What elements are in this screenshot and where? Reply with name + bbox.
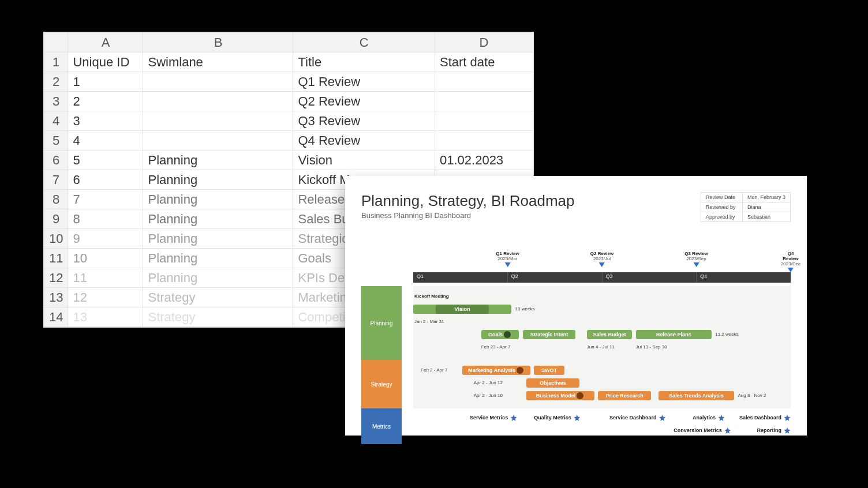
cell[interactable]: 6 (68, 170, 143, 190)
table-row: 54Q4 Review (44, 131, 533, 151)
metric-item[interactable]: Service Dashboard (609, 415, 666, 422)
row-number[interactable]: 3 (44, 92, 68, 111)
task-range: Jul 13 - Sep 30 (636, 344, 667, 350)
cell[interactable]: 01.02.2023 (435, 151, 533, 170)
row-number[interactable]: 4 (44, 111, 68, 131)
col-header-C[interactable]: C (293, 33, 435, 52)
task-bar-release[interactable]: Release Plans (636, 330, 712, 339)
table-row: 65PlanningVision01.02.2023 (44, 151, 533, 170)
cell[interactable]: Planning (143, 229, 293, 249)
task-bar-marketing[interactable]: Marketing Analysis (462, 366, 530, 375)
cell[interactable]: 8 (68, 209, 143, 229)
roadmap-subtitle: Business Planning BI Dashboard (361, 211, 575, 220)
cell[interactable]: Strategy (143, 288, 293, 307)
cell[interactable]: 11 (68, 268, 143, 288)
metric-item[interactable]: Sales Dashboard (739, 415, 791, 422)
task-bar-swot[interactable]: SWOT (534, 366, 564, 375)
col-header-B[interactable]: B (143, 33, 293, 52)
row-number[interactable]: 12 (44, 268, 68, 288)
cell[interactable]: Vision (293, 151, 435, 170)
cell[interactable]: Q4 Review (293, 131, 435, 151)
cell[interactable]: 3 (68, 111, 143, 131)
metric-item[interactable]: Service Metrics (470, 415, 517, 422)
milestone-q3: Q3 Review2023/Sep (684, 251, 708, 267)
task-bar-objectives[interactable]: Objectives (526, 378, 579, 388)
lane-body: Kickoff Meeting Vision 13 weeks Jan 2 - … (413, 286, 791, 360)
milestone-q2: Q2 Review2023/Jul (590, 251, 613, 267)
task-duration: 11.2 weeks (715, 332, 738, 337)
quarter-cell: Q1 (413, 272, 507, 283)
cell[interactable] (435, 111, 533, 131)
cell[interactable]: Planning (143, 170, 293, 190)
cell[interactable]: 12 (68, 288, 143, 307)
cell[interactable]: 9 (68, 229, 143, 249)
cell[interactable] (143, 92, 293, 111)
task-bar-trends[interactable]: Sales Trends Analysis (659, 391, 734, 400)
row-number[interactable]: 10 (44, 229, 68, 249)
row-number[interactable]: 14 (44, 307, 68, 327)
task-bar-bizmodel[interactable]: Business Model (526, 391, 594, 400)
cell[interactable]: Title (293, 52, 435, 72)
col-header-A[interactable]: A (68, 33, 143, 52)
cell[interactable]: Planning (143, 249, 293, 268)
cell[interactable]: Start date (435, 52, 533, 72)
row-number[interactable]: 7 (44, 170, 68, 190)
cell[interactable]: Planning (143, 268, 293, 288)
cell[interactable]: 4 (68, 131, 143, 151)
task-bar-price[interactable]: Price Research (598, 391, 651, 400)
metric-badge-icon (724, 427, 731, 434)
cell[interactable]: Q2 Review (293, 92, 435, 111)
metric-item[interactable]: Reporting (757, 427, 791, 434)
cell[interactable]: 2 (68, 92, 143, 111)
cell[interactable] (143, 72, 293, 92)
metric-item[interactable]: Conversion Metrics (674, 427, 731, 434)
row-number[interactable]: 6 (44, 151, 68, 170)
cell[interactable] (143, 111, 293, 131)
cell[interactable]: Q3 Review (293, 111, 435, 131)
table-row: 43Q3 Review (44, 111, 533, 131)
select-all-corner[interactable] (44, 33, 68, 52)
task-bar-budget[interactable]: Sales Budget (587, 330, 632, 339)
gear-icon (577, 393, 583, 399)
cell[interactable]: Swimlane (143, 52, 293, 72)
task-bar-goals[interactable]: Goals (481, 330, 519, 339)
roadmap-meta-table: Review DateMon, February 3 Reviewed byDi… (701, 192, 791, 222)
metric-badge-icon (784, 415, 791, 422)
meta-value: Diana (742, 202, 790, 212)
metric-item[interactable]: Quality Metrics (534, 415, 581, 422)
lane-planning: Planning Kickoff Meeting Vision 13 weeks… (361, 286, 791, 360)
cell[interactable]: Planning (143, 151, 293, 170)
cell[interactable]: 10 (68, 249, 143, 268)
cell[interactable]: 13 (68, 307, 143, 327)
cell[interactable]: 5 (68, 151, 143, 170)
row-number[interactable]: 11 (44, 249, 68, 268)
cell[interactable]: Strategy (143, 307, 293, 327)
roadmap-title: Planning, Strategy, BI Roadmap (361, 192, 575, 210)
row-number[interactable]: 1 (44, 52, 68, 72)
cell[interactable]: 1 (68, 72, 143, 92)
table-row: 32Q2 Review (44, 92, 533, 111)
row-number[interactable]: 9 (44, 209, 68, 229)
cell[interactable]: Q1 Review (293, 72, 435, 92)
cell[interactable] (435, 92, 533, 111)
row-number[interactable]: 5 (44, 131, 68, 151)
task-bar-intent[interactable]: Strategic Intent (523, 330, 576, 339)
task-range: Jan 2 - Mar 31 (414, 319, 444, 324)
cell[interactable]: Planning (143, 190, 293, 209)
milestone-marker-icon (505, 262, 511, 267)
cell[interactable]: 7 (68, 190, 143, 209)
row-number[interactable]: 8 (44, 190, 68, 209)
col-header-D[interactable]: D (435, 33, 533, 52)
row-number[interactable]: 2 (44, 72, 68, 92)
cell[interactable]: Planning (143, 209, 293, 229)
lane-label: Strategy (361, 360, 402, 408)
cell[interactable] (435, 72, 533, 92)
cell[interactable] (435, 131, 533, 151)
row-number[interactable]: 13 (44, 288, 68, 307)
task-duration: 13 weeks (515, 306, 535, 311)
task-bar-vision[interactable]: Vision (436, 305, 489, 314)
metric-item[interactable]: Analytics (693, 415, 725, 422)
cell[interactable]: Unique ID (68, 52, 143, 72)
task-range: Feb 2 - Apr 7 (421, 367, 447, 373)
cell[interactable] (143, 131, 293, 151)
